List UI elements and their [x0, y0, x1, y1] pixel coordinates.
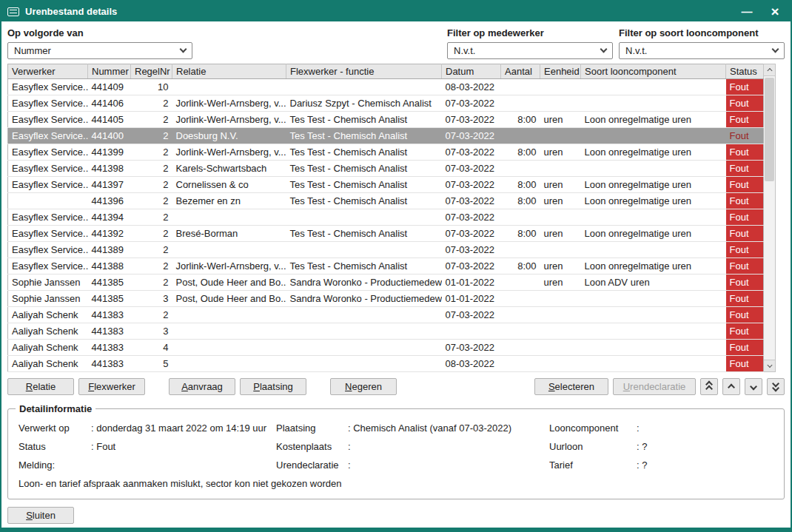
cell-nummer: 441394 — [88, 209, 131, 226]
cell-aantal — [501, 95, 540, 112]
cell-soort-looncomponent — [581, 79, 726, 95]
scroll-last-button[interactable] — [767, 378, 785, 395]
col-header-regelnr[interactable]: RegelNr — [131, 64, 172, 79]
col-header-aantal[interactable]: Aantal — [501, 64, 540, 79]
table-row[interactable]: Sophie Janssen 441385 3 Post, Oude Heer … — [8, 291, 764, 307]
cell-regelnr: 2 — [131, 177, 172, 193]
cell-eenheid: uren — [540, 226, 581, 242]
table-row[interactable]: Easyflex Service... 441400 2 Doesburg N.… — [8, 128, 764, 144]
cell-flexwerker: Dariusz Szpyt - Chemisch Analist — [286, 95, 442, 112]
table-row[interactable]: Easyflex Service... 441389 2 07-03-2022 … — [8, 242, 764, 258]
cell-nummer: 441392 — [88, 226, 131, 242]
scrollbar-up-button[interactable] — [764, 64, 775, 76]
cell-status: Fout — [726, 209, 764, 226]
cell-nummer: 441383 — [88, 307, 131, 323]
detail-grid: Verwerkt op : donderdag 31 maart 2022 om… — [13, 416, 779, 493]
cell-regelnr: 2 — [131, 144, 172, 161]
cell-aantal — [501, 323, 540, 340]
looncomponent-filter-group: Filter op soort looncomponent N.v.t. — [619, 27, 785, 59]
table-row[interactable]: Easyflex Service... 441406 2 Jorlink-Wer… — [8, 95, 764, 112]
table-row[interactable]: Sophie Janssen 441385 2 Post, Oude Heer … — [8, 275, 764, 291]
table-row[interactable]: Easyflex Service... 441397 2 Cornelissen… — [8, 177, 764, 193]
col-header-eenheid[interactable]: Eenheid — [540, 64, 581, 79]
cell-nummer: 441409 — [88, 79, 131, 95]
window-list-icon — [7, 7, 19, 16]
cell-eenheid — [540, 307, 581, 323]
scroll-first-button[interactable] — [700, 378, 718, 395]
cell-flexwerker — [286, 79, 442, 95]
cell-datum: 07-03-2022 — [442, 242, 501, 258]
cell-flexwerker: Tes Test - Chemisch Analist — [286, 128, 442, 144]
table-row[interactable]: Easyflex Service... 441394 2 07-03-2022 … — [8, 209, 764, 226]
col-header-nummer[interactable]: Nummer — [88, 64, 131, 79]
col-header-flexwerker-functie[interactable]: Flexwerker - functie — [286, 64, 442, 79]
cell-verwerker: Sophie Janssen — [8, 275, 88, 291]
sluiten-button[interactable]: Sluiten — [7, 507, 74, 524]
kostenplaats-label: Kostenplaats — [276, 437, 348, 456]
cell-datum: 07-03-2022 — [442, 161, 501, 177]
aanvraag-button[interactable]: Aanvraag — [169, 378, 235, 395]
looncomponent-filter-dropdown[interactable]: N.v.t. — [619, 42, 785, 59]
cell-soort-looncomponent: Loon onregelmatige uren — [581, 193, 726, 209]
cell-status: Fout — [726, 193, 764, 209]
cell-datum: 01-01-2022 — [442, 291, 501, 307]
table-row[interactable]: Easyflex Service... 441399 2 Jorlink-Wer… — [8, 144, 764, 161]
cell-verwerker: Sophie Janssen — [8, 291, 88, 307]
cell-regelnr: 2 — [131, 161, 172, 177]
cell-datum: 07-03-2022 — [442, 95, 501, 112]
scroll-up-button[interactable] — [722, 378, 740, 395]
cell-soort-looncomponent — [581, 323, 726, 340]
cell-soort-looncomponent — [581, 209, 726, 226]
negeren-button[interactable]: Negeren — [330, 378, 397, 395]
cell-status: Fout — [726, 144, 764, 161]
cell-regelnr: 2 — [131, 128, 172, 144]
plaatsing-button[interactable]: Plaatsing — [240, 378, 306, 395]
table-row[interactable]: Aaliyah Schenk 441383 2 07-03-2022 Fout — [8, 307, 764, 323]
table-row[interactable]: Easyflex Service... 441409 10 08-03-2022… — [8, 79, 764, 95]
cell-eenheid — [540, 323, 581, 340]
cell-flexwerker: Sandra Woronko - Productiemedew... — [286, 291, 442, 307]
urendeclaratie-button[interactable]: Urendeclaratie — [613, 378, 696, 395]
cell-relatie: Jorlink-Werl-Arnsberg, v... — [172, 112, 286, 128]
minimize-button[interactable]: — — [736, 1, 758, 21]
cell-regelnr: 10 — [131, 79, 172, 95]
sort-label: Op volgorde van — [7, 27, 192, 38]
table-row[interactable]: Easyflex Service... 441405 2 Jorlink-Wer… — [8, 112, 764, 128]
table-row[interactable]: Easyflex Service... 441392 2 Bresé-Borma… — [8, 226, 764, 242]
col-header-datum[interactable]: Datum — [442, 64, 501, 79]
scrollbar-down-button[interactable] — [764, 360, 775, 371]
relatie-button[interactable]: Relatie — [7, 378, 74, 395]
close-button[interactable]: × — [764, 1, 786, 21]
table-row[interactable]: Aaliyah Schenk 441383 4 07-03-2022 Fout — [8, 340, 764, 356]
cell-datum: 07-03-2022 — [442, 209, 501, 226]
col-header-soort-looncomponent[interactable]: Soort looncomponent — [581, 64, 726, 79]
cell-status: Fout — [726, 242, 764, 258]
scrollbar-thumb[interactable] — [765, 78, 774, 181]
cell-eenheid — [540, 291, 581, 307]
table-row[interactable]: 441396 2 Bezemer en zn Tes Test - Chemis… — [8, 193, 764, 209]
cell-datum: 01-01-2022 — [442, 275, 501, 291]
cell-aantal — [501, 291, 540, 307]
scroll-down-button[interactable] — [745, 378, 762, 395]
selecteren-button[interactable]: Selecteren — [534, 378, 608, 395]
table-scrollbar[interactable] — [764, 64, 776, 372]
cell-status: Fout — [726, 128, 764, 144]
table-row[interactable]: Aaliyah Schenk 441383 3 Fout — [8, 323, 764, 340]
col-header-verwerker[interactable]: Verwerker — [8, 64, 88, 79]
scrollbar-track[interactable] — [764, 76, 775, 360]
cell-regelnr: 5 — [131, 356, 172, 372]
medewerker-filter-dropdown[interactable]: N.v.t. — [447, 42, 613, 59]
flexwerker-button[interactable]: Flexwerker — [78, 378, 145, 395]
table-row[interactable]: Easyflex Service... 441398 2 Karels-Schw… — [8, 161, 764, 177]
sort-dropdown[interactable]: Nummer — [7, 42, 192, 59]
cell-datum: 07-03-2022 — [442, 128, 501, 144]
cell-flexwerker: Tes Test - Chemisch Analist — [286, 193, 442, 209]
looncomponent-filter-label: Filter op soort looncomponent — [619, 27, 785, 38]
col-header-relatie[interactable]: Relatie — [172, 64, 286, 79]
col-header-status[interactable]: Status — [726, 64, 764, 79]
table-row[interactable]: Easyflex Service... 441388 2 Jorlink-Wer… — [8, 258, 764, 275]
detail-urendeclaratie-label: Urendeclaratie — [276, 456, 348, 474]
table-row[interactable]: Aaliyah Schenk 441383 5 08-03-2022 Fout — [8, 356, 764, 372]
cell-verwerker: Aaliyah Schenk — [8, 356, 88, 372]
cell-verwerker: Easyflex Service... — [8, 79, 88, 95]
